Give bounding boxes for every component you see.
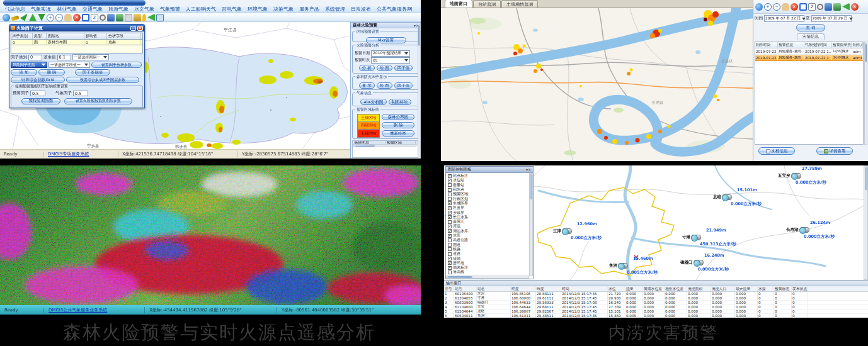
layer-checkbox[interactable] xyxy=(448,188,452,192)
layers-icon[interactable] xyxy=(825,3,832,11)
risk-layer-select[interactable]: 风险因子图层 xyxy=(11,62,47,68)
menu-item[interactable]: 决策气象 xyxy=(273,6,294,13)
globe-icon[interactable] xyxy=(755,3,763,11)
horizontal-scrollbar[interactable] xyxy=(353,144,416,147)
stop-icon[interactable]: ✕ xyxy=(791,3,798,11)
analyze-button[interactable]: 分 析 xyxy=(359,65,375,71)
station-marker[interactable]: 江津 12.960m 0.000立方米/秒 xyxy=(553,228,572,234)
station-marker[interactable]: 鱼洞 15.460m 0.005立方米/秒 xyxy=(609,263,628,269)
table-row[interactable]: 6 60504011 鱼洞 106.51311 29.38511 2014/12… xyxy=(444,314,868,318)
zoom-in-icon[interactable]: + xyxy=(764,3,772,11)
system-link[interactable]: DMGIS公共气象服务业务系统 xyxy=(44,307,145,313)
layer-table-body[interactable] xyxy=(352,145,420,158)
layer-checkbox[interactable] xyxy=(448,225,452,228)
back-icon[interactable] xyxy=(147,14,155,21)
table-row[interactable]: 4 61104600 五宝 106.64644 29.68111 2014/12… xyxy=(444,305,868,310)
set-factor-params-button[interactable]: 设置因子分析参数 xyxy=(91,62,142,68)
weather-factor-input[interactable]: 0.5 xyxy=(73,91,88,96)
document-info-button[interactable]: 文档信息 xyxy=(758,147,795,155)
factor-class-input[interactable]: 0 xyxy=(28,55,42,60)
zoom-out-icon[interactable]: − xyxy=(55,14,63,21)
layers-icon[interactable] xyxy=(107,14,115,21)
draw-button[interactable]: 绘 图 xyxy=(377,82,392,89)
factor-table-row[interactable]: 0 面 森林分布图 0 地类 xyxy=(11,39,143,45)
factor-base-button[interactable]: 因子基础值 xyxy=(75,69,110,75)
tab-soil-moisture[interactable]: 土壤墒情监测 xyxy=(501,0,538,8)
forest-map-button[interactable]: 森林分布图 xyxy=(382,114,414,120)
pin-icon[interactable] xyxy=(142,14,146,21)
factor-table-empty[interactable] xyxy=(11,45,143,53)
warn-factor-input[interactable]: 0.5 xyxy=(30,91,45,96)
menu-item[interactable]: 服务产品 xyxy=(299,6,319,13)
identify-icon[interactable] xyxy=(100,14,106,21)
layer-checkbox[interactable] xyxy=(448,206,452,210)
menu-item[interactable]: 雷电气象 xyxy=(222,6,242,13)
disaster-info-tab[interactable]: 灾情信息 xyxy=(797,33,825,40)
station-marker[interactable]: 五宝乡 27.789m 0.000立方米/秒 xyxy=(778,173,801,179)
layer-checkbox[interactable] xyxy=(448,243,452,247)
print-icon[interactable] xyxy=(125,14,132,21)
image-icon[interactable] xyxy=(116,14,123,21)
full-extent-icon[interactable] xyxy=(82,14,89,21)
table-row-selected[interactable]: 2019-07-22 1 风险服务-暴雨 2019-07-22 1 3小时降水 … xyxy=(755,55,863,61)
station-marker[interactable]: 长寿湖 26.124m 0.000立方米/秒 xyxy=(786,227,809,233)
warning-time-select[interactable]: 05 xyxy=(371,57,410,64)
factor-value-button[interactable]: 因子值 xyxy=(394,82,413,89)
layer-item[interactable]: 等高线 xyxy=(447,270,528,274)
tab-map-window[interactable]: 地图窗口 xyxy=(445,0,472,8)
layer-checkbox[interactable] xyxy=(448,247,452,251)
measure-icon[interactable] xyxy=(11,15,19,21)
date-to-picker[interactable]: 2009 年 07 月 29 日 xyxy=(811,15,852,22)
table-row[interactable]: 2019-07-22 1... 风险服务-暴雨... 2019-07-22 1.… xyxy=(755,48,863,55)
image-icon[interactable] xyxy=(833,3,841,11)
draw-button[interactable]: 绘 图 xyxy=(377,65,392,71)
vertical-scrollbar[interactable] xyxy=(529,173,533,276)
layer-select[interactable]: 一请选择图层一 xyxy=(72,54,109,60)
vertical-scrollbar[interactable] xyxy=(418,23,421,159)
flight-down-icon[interactable] xyxy=(38,14,45,21)
system-link[interactable]: DMGIS专项服务系统 xyxy=(44,151,118,157)
zoom-out-icon[interactable]: − xyxy=(773,3,780,11)
map-frame-icon[interactable] xyxy=(156,14,164,21)
query-button[interactable]: 查 询 xyxy=(796,24,825,31)
layer-checkbox[interactable] xyxy=(448,183,452,187)
horizontal-scrollbar[interactable] xyxy=(446,276,529,279)
menu-item[interactable]: 气象预警 xyxy=(160,6,180,13)
table-row[interactable]: 2 61304055 寸滩 106.60000 29.61111 2014/12… xyxy=(444,296,868,301)
layer-checkbox[interactable] xyxy=(448,234,452,238)
redraw-button[interactable]: 重新绘图 xyxy=(382,130,414,137)
note-icon[interactable]: 2 xyxy=(808,3,816,11)
menu-item[interactable]: 交通气象 xyxy=(83,6,103,13)
calc-index-button[interactable]: 计算综合指数Grid xyxy=(11,77,65,83)
warning-date-select[interactable]: 2010年预报结果 xyxy=(371,50,410,57)
station-marker[interactable]: 北碚 15.101m 0.000立方米/秒 xyxy=(713,194,732,200)
vertical-scrollbar[interactable] xyxy=(864,42,867,145)
panel-title-bar[interactable]: 图层控制面板 ▾ ✕ xyxy=(446,167,533,173)
zoom-in-icon[interactable]: + xyxy=(47,14,54,21)
close-icon[interactable]: ✕ xyxy=(528,167,531,172)
tab-station-monitor[interactable]: 台站监测 xyxy=(473,0,501,8)
menu-item[interactable]: 环境气象 xyxy=(248,6,268,13)
layer-checkbox[interactable] xyxy=(448,215,452,219)
abc-analysis-button[interactable]: abc分析图 xyxy=(360,99,386,105)
globe-icon[interactable] xyxy=(3,14,10,21)
delete-button[interactable]: 删 除 xyxy=(382,122,414,128)
menu-item[interactable]: 林业气象 xyxy=(57,6,77,13)
add-button[interactable]: 添 加 xyxy=(11,69,37,75)
output-title[interactable]: 输出窗口 xyxy=(444,281,868,286)
menu-item[interactable]: 公共气象服务网 xyxy=(377,6,412,13)
table-row[interactable]: 5 61504644 北碚 106.39067 29.82567 2014/12… xyxy=(444,310,868,314)
menu-item[interactable]: 日常发布 xyxy=(351,6,371,13)
delete-button[interactable]: 删 除 xyxy=(38,69,65,75)
dialog-title-bar[interactable]: 火险因子计算 − ✕ xyxy=(9,25,144,31)
plot-annotate-button[interactable]: 制图标绘 xyxy=(389,99,411,105)
station-marker[interactable]: 磁器口 16.240m 0.000立方米/秒 xyxy=(680,260,704,265)
layer-checkbox[interactable] xyxy=(448,179,452,182)
menu-item[interactable]: 系统管理 xyxy=(325,6,345,13)
pan-icon[interactable] xyxy=(782,3,789,11)
set-forecast-layer-button[interactable]: 设置火险预报指数图层参数 xyxy=(64,98,132,104)
detail-view-button[interactable]: 详情查看 xyxy=(816,147,853,155)
flight-up-icon[interactable] xyxy=(29,14,37,21)
layer-checkbox[interactable] xyxy=(448,193,452,196)
map-vertical-scrollbar[interactable] xyxy=(864,165,868,280)
